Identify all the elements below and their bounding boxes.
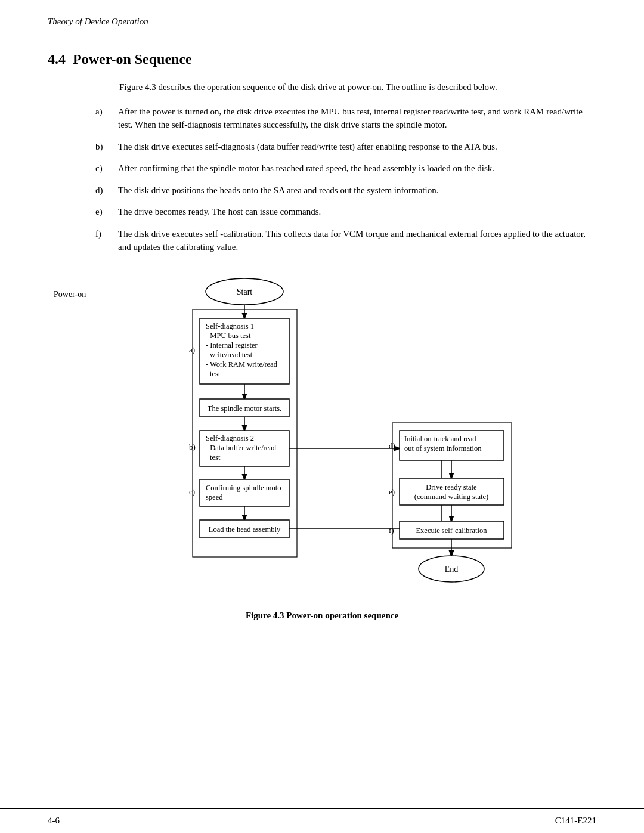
svg-text:speed: speed [206, 493, 223, 501]
initial-ontrack-node: Initial on-track and read [404, 435, 476, 443]
svg-text:(command waiting state): (command waiting state) [414, 493, 488, 501]
list-item-b: b) The disk drive executes self-diagnosi… [95, 140, 596, 154]
label-f: f) [389, 526, 394, 535]
intro-paragraph: Figure 4.3 describes the operation seque… [119, 80, 596, 94]
drive-ready-node: Drive ready state [426, 483, 477, 491]
svg-text:write/read test: write/read test [210, 351, 253, 359]
list-body-a: After the power is turned on, the disk d… [118, 105, 596, 132]
svg-text:- Data buffer write/read: - Data buffer write/read [206, 444, 277, 452]
spindle-starts-node: The spindle motor starts. [208, 404, 281, 413]
list-item-e: e) The drive becomes ready. The host can… [95, 205, 596, 219]
list-body-f: The disk drive executes self -calibratio… [118, 227, 596, 254]
list-body-b: The disk drive executes self-diagnosis (… [118, 140, 596, 154]
svg-text:test: test [210, 370, 221, 378]
page-header: Theory of Device Operation [0, 0, 644, 32]
page: Theory of Device Operation 4.4 Power-on … [0, 0, 644, 833]
diagram-area: Power-on Start Self-diagnosis 1 - MPU bu… [48, 271, 596, 605]
end-node: End [445, 565, 459, 574]
list-label-e: e) [95, 205, 118, 219]
list-body-d: The disk drive positions the heads onto … [118, 184, 596, 197]
start-node: Start [237, 287, 253, 296]
list-label-f: f) [95, 227, 118, 254]
svg-text:- MPU bus test: - MPU bus test [206, 332, 251, 340]
svg-text:out of system information: out of system information [404, 444, 482, 453]
list-item-d: d) The disk drive positions the heads on… [95, 184, 596, 197]
list-label-d: d) [95, 184, 118, 197]
list-item-c: c) After confirming that the spindle mot… [95, 162, 596, 175]
list-item-a: a) After the power is turned on, the dis… [95, 105, 596, 132]
list-label-c: c) [95, 162, 118, 175]
list-label-a: a) [95, 105, 118, 132]
svg-text:- Internal register: - Internal register [206, 341, 258, 349]
footer-right: C141-E221 [555, 816, 596, 826]
load-head-node: Load the head assembly [209, 525, 281, 534]
list-item-f: f) The disk drive executes self -calibra… [95, 227, 596, 254]
svg-text:test: test [210, 453, 221, 462]
label-a: a) [189, 345, 195, 354]
power-on-label: Power-on [54, 290, 86, 299]
flowchart-svg: Start Self-diagnosis 1 - MPU bus test - … [107, 271, 596, 605]
header-title: Theory of Device Operation [48, 17, 148, 26]
section-title: 4.4 Power-on Sequence [48, 51, 596, 67]
confirm-speed-node: Confirming spindle moto [206, 484, 281, 492]
exec-selfcal-node: Execute self-calibration [416, 527, 487, 535]
svg-text:- Work RAM write/read: - Work RAM write/read [206, 360, 278, 368]
list-body-e: The drive becomes ready. The host can is… [118, 205, 596, 219]
self-diag2-node: Self-diagnosis 2 [206, 434, 254, 442]
self-diag1-node: Self-diagnosis 1 [206, 322, 254, 330]
main-content: 4.4 Power-on Sequence Figure 4.3 describ… [0, 32, 644, 657]
svg-rect-25 [400, 478, 504, 505]
footer-left: 4-6 [48, 816, 60, 826]
figure-caption: Figure 4.3 Power-on operation sequence [48, 611, 596, 621]
page-footer: 4-6 C141-E221 [0, 808, 644, 833]
label-c: c) [189, 487, 195, 496]
list-body-c: After confirming that the spindle motor … [118, 162, 596, 175]
list-label-b: b) [95, 140, 118, 154]
label-e: e) [389, 487, 395, 496]
